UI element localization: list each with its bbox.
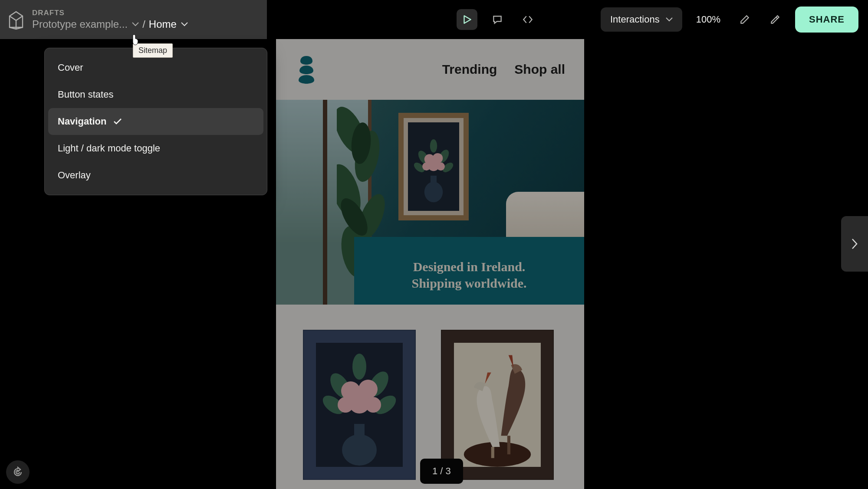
restart-button[interactable] (6, 460, 30, 484)
breadcrumb-section[interactable]: DRAFTS (32, 9, 188, 17)
check-icon (113, 118, 122, 125)
chevron-down-icon (181, 22, 188, 26)
topbar-right: Interactions 100% SHARE (457, 7, 868, 33)
svg-point-19 (437, 163, 445, 171)
app-logo-icon[interactable] (7, 8, 25, 31)
svg-rect-35 (491, 447, 494, 458)
interactions-label: Interactions (610, 14, 660, 25)
chevron-down-icon (132, 22, 139, 26)
sitemap-tooltip: Sitemap (133, 43, 173, 58)
svg-point-31 (365, 397, 381, 413)
next-frame-button[interactable] (841, 216, 868, 272)
frame-dropdown[interactable]: Home (149, 18, 188, 30)
sitemap-item-light-dark-toggle[interactable]: Light / dark mode toggle (45, 135, 267, 162)
svg-rect-21 (354, 424, 365, 440)
svg-point-12 (430, 139, 437, 153)
hero-framed-art (398, 113, 469, 220)
hero-banner: Designed in Ireland. Shipping worldwide. (354, 237, 584, 305)
play-button[interactable] (457, 9, 477, 30)
svg-rect-34 (507, 436, 510, 454)
hero-window-bar (323, 100, 327, 305)
breadcrumb-separator: / (142, 18, 145, 30)
sitemap-item-overlay[interactable]: Overlay (45, 162, 267, 189)
chevron-down-icon (666, 17, 673, 22)
hero-image: Designed in Ireland. Shipping worldwide. (276, 100, 584, 305)
brand-logo-icon[interactable] (295, 54, 318, 85)
zoom-level[interactable]: 100% (692, 14, 725, 25)
sitemap-item-button-states[interactable]: Button states (45, 81, 267, 108)
breadcrumb: DRAFTS Prototype example... / Home (32, 9, 188, 30)
product-gallery (276, 305, 584, 480)
nav-link-trending[interactable]: Trending (442, 62, 497, 77)
eyedropper-button[interactable] (765, 9, 786, 30)
sitemap-item-label: Navigation (58, 116, 106, 127)
svg-point-24 (352, 354, 366, 380)
svg-point-18 (422, 163, 431, 171)
interactions-dropdown[interactable]: Interactions (601, 7, 682, 32)
product-card[interactable] (303, 330, 416, 480)
hero-line-1: Designed in Ireland. (413, 259, 526, 274)
nav-link-shop-all[interactable]: Shop all (514, 62, 565, 77)
topbar: DRAFTS Prototype example... / Home (0, 0, 868, 39)
sitemap-item-cover[interactable]: Cover (45, 54, 267, 81)
sitemap-menu: Cover Button states Navigation Light / d… (44, 48, 267, 195)
page-counter: 1 / 3 (420, 459, 463, 484)
frame-name-label: Home (149, 18, 177, 30)
hero-line-2: Shipping worldwide. (411, 276, 526, 291)
site-nav: Trending Shop all (276, 39, 584, 100)
comment-button[interactable] (487, 9, 508, 30)
share-label: SHARE (809, 14, 845, 25)
svg-point-30 (338, 397, 353, 413)
svg-rect-9 (431, 176, 437, 185)
prototype-preview[interactable]: Trending Shop all (276, 39, 584, 489)
project-dropdown[interactable]: Prototype example... (32, 18, 139, 30)
svg-point-8 (424, 182, 443, 202)
product-card[interactable] (441, 330, 554, 480)
sitemap-item-navigation[interactable]: Navigation (48, 108, 263, 135)
share-button[interactable]: SHARE (795, 7, 858, 33)
edit-pencil-button[interactable] (734, 9, 755, 30)
topbar-left: DRAFTS Prototype example... / Home (0, 0, 267, 39)
project-name-label: Prototype example... (32, 18, 128, 30)
code-button[interactable] (517, 9, 538, 30)
